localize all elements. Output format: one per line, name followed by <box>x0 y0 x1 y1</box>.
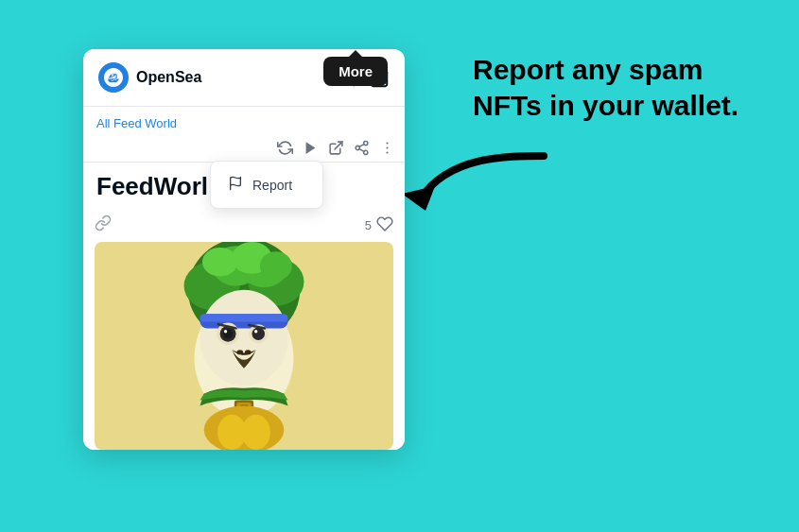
svg-point-13 <box>386 151 388 153</box>
svg-point-36 <box>236 350 243 354</box>
svg-point-43 <box>241 415 269 450</box>
nft-section: 5 <box>83 207 405 450</box>
breadcrumb: All Feed World <box>83 107 405 136</box>
svg-point-22 <box>260 251 292 280</box>
nft-likes: 5 <box>365 215 393 235</box>
svg-marker-0 <box>402 186 435 211</box>
arrow-icon <box>392 146 563 222</box>
report-label: Report <box>252 178 292 193</box>
nft-link-icon[interactable] <box>95 215 112 236</box>
likes-count: 5 <box>365 218 372 232</box>
more-tooltip-label: More <box>339 63 373 79</box>
svg-point-11 <box>386 142 388 144</box>
flag-icon <box>228 176 243 194</box>
browser-topbar: OpenSea More <box>83 49 405 107</box>
svg-point-24 <box>200 290 287 386</box>
browser-window: OpenSea More All Feed World <box>83 49 405 450</box>
opensea-brand: OpenSea <box>136 69 337 86</box>
heart-icon[interactable] <box>376 215 393 235</box>
svg-line-5 <box>335 142 342 149</box>
svg-point-12 <box>386 146 388 148</box>
external-link-icon[interactable] <box>328 140 344 156</box>
annotation-label: Report any spam NFTs in your wallet. <box>473 54 738 121</box>
opensea-logo <box>98 62 129 93</box>
svg-rect-26 <box>200 314 287 321</box>
svg-line-10 <box>359 145 364 147</box>
nft-image <box>95 242 393 450</box>
report-dropdown: Report <box>210 161 323 209</box>
refresh-icon[interactable] <box>277 140 293 156</box>
toolbar-row <box>83 136 405 163</box>
svg-point-37 <box>245 350 252 354</box>
more-tooltip: More <box>323 57 388 86</box>
play-icon[interactable] <box>303 140 319 156</box>
annotation-text: Report any spam NFTs in your wallet. <box>473 52 756 123</box>
svg-line-9 <box>359 149 364 152</box>
more-dots-icon[interactable] <box>379 140 395 156</box>
report-item[interactable]: Report <box>211 167 322 202</box>
svg-point-30 <box>224 330 227 333</box>
page-title-text: FeedWorl <box>96 172 208 200</box>
share-icon[interactable] <box>354 140 370 156</box>
svg-point-34 <box>254 330 257 333</box>
breadcrumb-link[interactable]: All Feed World <box>96 116 177 130</box>
parrot-svg <box>95 242 393 450</box>
svg-marker-4 <box>306 142 316 154</box>
opensea-logo-icon <box>104 68 123 87</box>
nft-card-header: 5 <box>95 215 393 236</box>
svg-point-20 <box>202 248 237 276</box>
svg-point-33 <box>252 328 265 341</box>
